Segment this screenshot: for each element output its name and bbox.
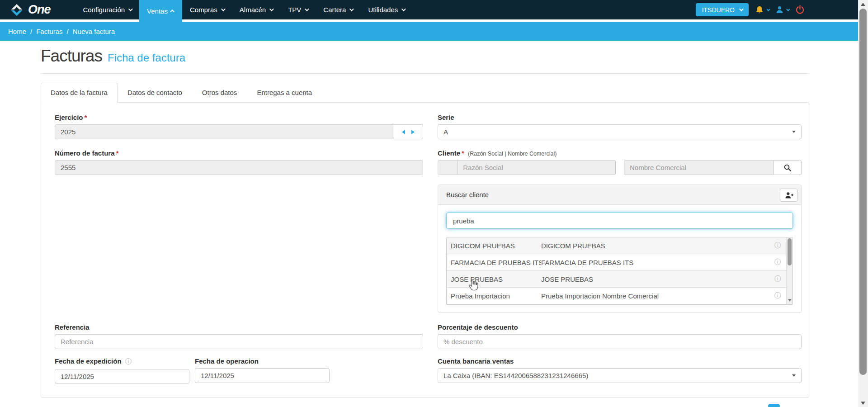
chevron-down-icon [739, 7, 744, 11]
invoice-form-card: Ejercicio* Serie A [41, 102, 809, 398]
logout-button[interactable] [795, 5, 805, 14]
chevron-up-icon [170, 9, 175, 14]
razon-social-input [458, 160, 616, 175]
scroll-down-icon[interactable] [858, 399, 868, 407]
page-subtitle: Ficha de factura [108, 52, 185, 64]
nav-item-label: Utilidades [368, 6, 398, 14]
chevron-down-icon [792, 131, 796, 133]
user-icon [775, 5, 784, 14]
customer-result-row[interactable]: DIGICOM PRUEBASDIGICOM PRUEBASⓘ [447, 237, 793, 254]
power-icon [795, 5, 805, 14]
ejercicio-label: Ejercicio* [55, 114, 423, 121]
divider [41, 73, 809, 74]
referencia-input[interactable] [55, 334, 423, 349]
nav-item-label: Configuración [83, 6, 125, 14]
buscar-cliente-body: DIGICOM PRUEBASDIGICOM PRUEBASⓘFARMACIA … [438, 205, 801, 312]
results-scrollbar[interactable] [786, 237, 793, 304]
result-nombre-comercial: JOSE PRUEBAS [541, 275, 774, 283]
result-razon-social: Prueba Importacion [451, 292, 541, 300]
results-scroll-down-icon[interactable] [788, 299, 792, 302]
nav-item-ventas[interactable]: Ventas [139, 0, 182, 22]
breadcrumb-item-facturas[interactable]: Facturas [36, 28, 62, 35]
breadcrumb-item-home[interactable]: Home [8, 28, 26, 35]
required-asterisk: * [116, 149, 119, 157]
cuenta-bancaria-value: La Caixa (IBAN: ES1442006588231231246665… [443, 372, 588, 379]
customer-results-list: DIGICOM PRUEBASDIGICOM PRUEBASⓘFARMACIA … [446, 237, 793, 305]
results-scrollbar-thumb[interactable] [788, 238, 792, 265]
result-nombre-comercial: DIGICOM PRUEBAS [541, 242, 774, 250]
tab-datos-de-contacto[interactable]: Datos de contacto [118, 83, 192, 102]
fecha-expedicion-label: Fecha de expedición ⓘ [55, 357, 189, 366]
nombre-comercial-input [624, 160, 774, 175]
nav-item-configuración[interactable]: Configuración [75, 0, 140, 19]
numero-factura-label: Número de factura* [55, 149, 423, 157]
customer-search-input[interactable] [446, 213, 793, 229]
nav-item-label: Compras [190, 6, 217, 14]
scroll-up-icon[interactable] [858, 0, 868, 8]
nav-item-utilidades[interactable]: Utilidades [360, 0, 412, 19]
cuenta-bancaria-select[interactable]: La Caixa (IBAN: ES1442006588231231246665… [438, 368, 802, 383]
info-icon[interactable]: ⓘ [774, 241, 781, 250]
page-scrollbar-thumb[interactable] [859, 9, 867, 375]
customer-result-row[interactable]: JOSE PRUEBASJOSE PRUEBASⓘ [447, 271, 793, 288]
breadcrumb: Home/Facturas/Nueva factura [0, 22, 868, 41]
nav-item-almacén[interactable]: Almacén [232, 0, 280, 19]
chevron-down-icon [221, 7, 226, 11]
nav-item-label: Ventas [147, 7, 168, 15]
customer-result-row[interactable]: Prueba ImportacionPrueba Importacion Nom… [447, 288, 793, 304]
chevron-down-icon [792, 374, 796, 377]
brand-name: One [28, 3, 51, 17]
ejercicio-input [55, 124, 393, 139]
serie-value: A [443, 128, 448, 136]
tab-entregas-a-cuenta[interactable]: Entregas a cuenta [247, 83, 322, 102]
info-icon[interactable]: ⓘ [774, 292, 781, 300]
serie-field: Serie A [438, 114, 802, 139]
cliente-search-button[interactable] [774, 160, 802, 175]
info-icon[interactable]: ⓘ [774, 258, 781, 266]
customer-result-row[interactable]: FARMACIA DE PRUEBAS ITSFARMACIA DE PRUEB… [447, 254, 793, 271]
nav-item-tpv[interactable]: TPV [280, 0, 316, 19]
floating-action-button[interactable] [768, 404, 780, 407]
fecha-operacion-field: Fecha de operacion [195, 357, 330, 384]
descuento-input[interactable] [438, 334, 802, 349]
chevron-down-icon [128, 7, 133, 11]
user-menu-button[interactable] [775, 5, 789, 14]
breadcrumb-separator: / [30, 28, 32, 35]
numero-factura-field: Número de factura* [55, 149, 423, 175]
required-asterisk: * [85, 114, 87, 121]
app-logo[interactable]: One [0, 0, 51, 19]
ejercicio-stepper[interactable] [393, 124, 423, 139]
nav-item-cartera[interactable]: Cartera [316, 0, 360, 19]
tab-datos-de-la-factura[interactable]: Datos de la factura [41, 83, 118, 103]
result-nombre-comercial: Prueba Importacion Nombre Comercial [541, 292, 774, 300]
next-year-icon[interactable] [411, 130, 415, 134]
previous-year-icon[interactable] [402, 130, 405, 134]
serie-label: Serie [438, 114, 802, 121]
fecha-expedicion-input[interactable] [55, 369, 189, 384]
page-scrollbar[interactable] [858, 0, 868, 407]
serie-select[interactable]: A [438, 124, 802, 139]
breadcrumb-separator: / [67, 28, 69, 35]
tab-otros-datos[interactable]: Otros datos [192, 83, 247, 102]
company-name: ITSDUERO [702, 6, 735, 14]
result-razon-social: FARMACIA DE PRUEBAS ITS [451, 259, 541, 266]
buscar-cliente-header: Buscar cliente [438, 185, 801, 205]
cliente-code-box [438, 160, 458, 175]
chevron-down-icon [349, 7, 354, 11]
descuento-label: Porcentaje de descuento [438, 323, 802, 331]
cuenta-bancaria-label: Cuenta bancaria ventas [438, 357, 802, 365]
fecha-operacion-input[interactable] [195, 368, 330, 383]
result-razon-social: DIGICOM PRUEBAS [451, 242, 541, 250]
company-selector-button[interactable]: ITSDUERO [696, 3, 749, 16]
info-icon[interactable]: ⓘ [125, 358, 132, 365]
page-title: Facturas [41, 47, 102, 66]
chevron-down-icon [401, 7, 406, 11]
nav-item-label: TPV [288, 6, 301, 14]
navbar-right: ITSDUERO [696, 0, 805, 19]
bell-icon [755, 5, 764, 14]
add-customer-button[interactable] [780, 189, 798, 202]
nav-item-compras[interactable]: Compras [182, 0, 232, 19]
top-navbar: One ConfiguraciónVentasComprasAlmacénTPV… [0, 0, 868, 19]
info-icon[interactable]: ⓘ [774, 275, 781, 283]
notifications-button[interactable] [755, 5, 769, 14]
